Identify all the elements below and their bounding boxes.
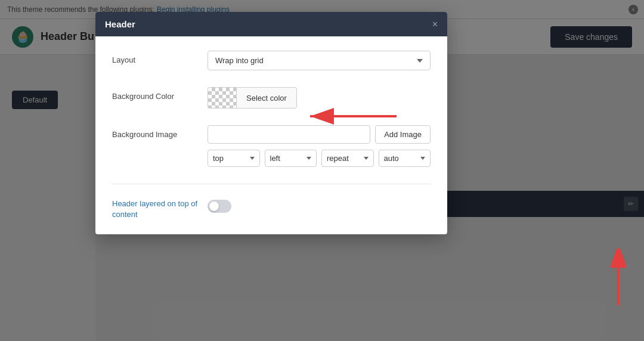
bg-image-label: Background Image xyxy=(112,125,208,139)
modal-body: Layout Wrap into grid Full width Boxed B… xyxy=(95,36,447,234)
horizontal-position-select[interactable]: left center right xyxy=(265,150,317,167)
layout-select[interactable]: Wrap into grid Full width Boxed xyxy=(208,51,431,70)
vertical-position-select[interactable]: top center bottom xyxy=(208,150,260,167)
color-picker-row: Select color xyxy=(208,87,431,108)
layout-row: Layout Wrap into grid Full width Boxed xyxy=(112,51,431,70)
layered-toggle[interactable] xyxy=(208,200,231,213)
modal-close-button[interactable]: × xyxy=(432,20,438,29)
add-image-button[interactable]: Add Image xyxy=(375,125,431,144)
modal-header: Header × xyxy=(95,12,447,36)
layout-control: Wrap into grid Full width Boxed xyxy=(208,51,431,70)
bg-color-control: Select color xyxy=(208,87,431,108)
bg-color-label: Background Color xyxy=(112,87,208,101)
image-input-row: Add Image xyxy=(208,125,431,144)
bg-image-control: Add Image top center bottom left center … xyxy=(208,125,431,167)
repeat-select[interactable]: repeat no-repeat repeat-x repeat-y xyxy=(321,150,374,167)
bg-image-input[interactable] xyxy=(208,125,370,144)
bg-image-row: Background Image Add Image top center bo… xyxy=(112,125,431,167)
layout-label: Layout xyxy=(112,51,208,64)
bg-color-row: Background Color Select color xyxy=(112,87,431,108)
select-color-button[interactable]: Select color xyxy=(236,87,297,108)
layered-label: Header layered on top of content xyxy=(112,199,208,220)
modal-divider xyxy=(112,184,431,184)
position-row: top center bottom left center right repe… xyxy=(208,150,431,167)
modal-title: Header xyxy=(105,19,135,29)
layered-row: Header layered on top of content xyxy=(112,199,431,220)
size-select[interactable]: auto cover contain xyxy=(379,150,431,167)
toggle-knob xyxy=(209,202,219,211)
header-modal: Header × Layout Wrap into grid Full widt… xyxy=(95,12,447,234)
color-swatch[interactable] xyxy=(208,87,236,108)
modal-overlay: Header × Layout Wrap into grid Full widt… xyxy=(0,0,644,341)
